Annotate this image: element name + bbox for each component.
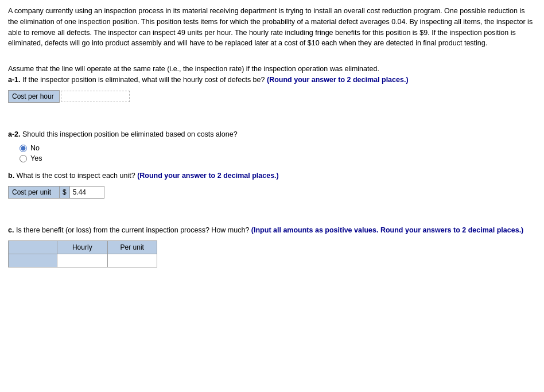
col-header-hourly: Hourly bbox=[57, 240, 108, 254]
b-bold: (Round your answer to 2 decimal places.) bbox=[137, 172, 279, 180]
table-row bbox=[9, 254, 157, 267]
a1-question: If the inspector position is eliminated,… bbox=[22, 76, 265, 84]
option-no-label: No bbox=[30, 144, 40, 152]
option-yes[interactable]: Yes bbox=[20, 154, 536, 162]
dollar-sign: $ bbox=[60, 186, 70, 199]
radio-no[interactable] bbox=[20, 145, 27, 152]
a2-question: Should this inspection position be elimi… bbox=[22, 130, 238, 138]
c-table-container: Hourly Per unit bbox=[8, 240, 536, 267]
row-label bbox=[9, 254, 57, 267]
c-prefix: c. bbox=[8, 226, 14, 234]
cost-per-hour-input[interactable] bbox=[61, 91, 130, 102]
a1-input-row: Cost per hour bbox=[8, 90, 536, 103]
a2-prefix: a-2. bbox=[8, 130, 21, 138]
assume-block: Assume that the line will operate at the… bbox=[8, 64, 536, 103]
radio-yes[interactable] bbox=[20, 155, 27, 162]
cost-per-unit-input[interactable] bbox=[70, 186, 104, 199]
option-no[interactable]: No bbox=[20, 144, 536, 152]
a2-radio-group: No Yes bbox=[20, 144, 536, 162]
c-block: c. Is there benefit (or loss) from the c… bbox=[8, 225, 536, 267]
option-yes-label: Yes bbox=[30, 154, 42, 162]
cost-per-unit-label: Cost per unit bbox=[8, 186, 60, 199]
assume-text: Assume that the line will operate at the… bbox=[8, 65, 379, 73]
c-bold: (Input all amounts as positive values. R… bbox=[251, 226, 523, 234]
a1-bold: (Round your answer to 2 decimal places.) bbox=[267, 76, 409, 84]
b-prefix: b. bbox=[8, 172, 14, 180]
hourly-input[interactable] bbox=[63, 257, 102, 265]
a2-block: a-2. Should this inspection position be … bbox=[8, 129, 536, 163]
b-input-row: Cost per unit $ bbox=[8, 186, 536, 199]
per-unit-cell[interactable] bbox=[107, 254, 157, 267]
col-header-empty bbox=[9, 240, 57, 254]
b-question: What is the cost to inspect each unit? bbox=[17, 172, 135, 180]
b-block: b. What is the cost to inspect each unit… bbox=[8, 170, 536, 199]
hourly-cell[interactable] bbox=[57, 254, 108, 267]
table-header-row: Hourly Per unit bbox=[9, 240, 157, 254]
c-question: Is there benefit (or loss) from the curr… bbox=[16, 226, 249, 234]
per-unit-input[interactable] bbox=[114, 257, 151, 265]
intro-paragraph: A company currently using an inspection … bbox=[8, 6, 536, 49]
cost-per-hour-label: Cost per hour bbox=[8, 90, 60, 103]
c-table: Hourly Per unit bbox=[8, 240, 157, 267]
a1-prefix: a-1. bbox=[8, 76, 21, 84]
col-header-per-unit: Per unit bbox=[107, 240, 157, 254]
